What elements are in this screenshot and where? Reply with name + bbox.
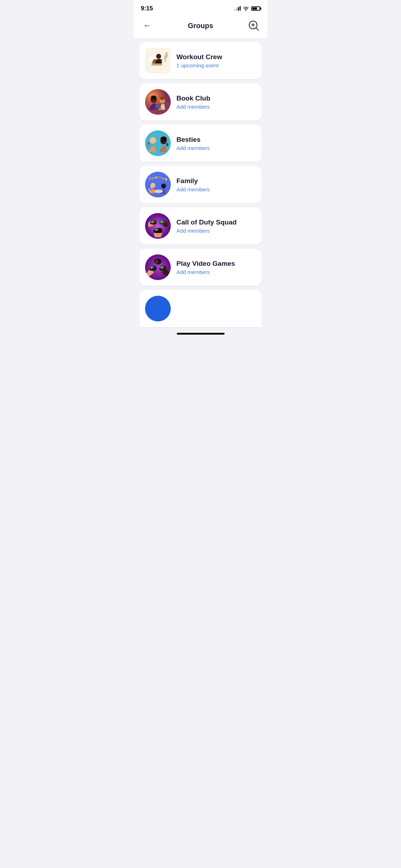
header: ← Groups (134, 15, 267, 38)
svg-point-65 (161, 266, 162, 267)
svg-point-40 (150, 186, 153, 188)
group-name-cod: Call of Duty Squad (176, 218, 256, 226)
svg-point-44 (151, 220, 153, 222)
svg-point-19 (151, 95, 156, 100)
group-avatar-cod (145, 213, 171, 239)
group-card-videogames[interactable]: Play Video Games Add members (139, 249, 262, 286)
svg-point-54 (155, 228, 157, 229)
svg-point-37 (161, 184, 166, 188)
svg-rect-17 (155, 105, 160, 108)
home-indicator (177, 333, 225, 335)
svg-rect-42 (150, 220, 156, 224)
group-avatar-besties (145, 130, 171, 156)
svg-point-43 (150, 221, 151, 222)
back-arrow-icon: ← (143, 21, 151, 30)
svg-rect-18 (154, 108, 162, 109)
group-subtitle-videogames: Add members (176, 269, 256, 275)
group-info-videogames: Play Video Games Add members (176, 260, 256, 275)
svg-point-61 (152, 267, 154, 268)
svg-rect-28 (166, 143, 168, 146)
group-name-workout-crew: Workout Crew (176, 53, 256, 61)
svg-point-66 (162, 267, 164, 268)
svg-point-64 (159, 267, 161, 268)
svg-point-60 (151, 266, 152, 267)
group-card-besties[interactable]: Besties Add members (139, 125, 262, 162)
group-avatar-videogames (145, 254, 171, 280)
svg-point-9 (164, 56, 166, 60)
group-avatar-partial (145, 296, 171, 321)
svg-point-25 (148, 142, 150, 145)
svg-point-67 (161, 267, 162, 269)
group-info-family: Family Add members (176, 177, 256, 192)
svg-rect-47 (159, 220, 166, 224)
status-time: 9:15 (141, 5, 153, 12)
svg-point-20 (160, 97, 165, 100)
bottom-bar (134, 327, 267, 337)
svg-point-68 (154, 259, 161, 264)
svg-point-55 (157, 229, 158, 230)
svg-point-27 (160, 136, 167, 141)
signal-icon (234, 6, 241, 11)
svg-point-46 (151, 222, 153, 223)
group-info-besties: Besties Add members (176, 136, 256, 151)
back-button[interactable]: ← (141, 19, 154, 32)
svg-point-29 (145, 172, 171, 197)
svg-point-48 (159, 221, 161, 222)
group-info-book-club: Book Club Add members (176, 94, 256, 110)
group-subtitle-workout-crew: 1 upcoming event (176, 62, 256, 68)
svg-point-70 (145, 296, 171, 321)
group-card-workout-crew[interactable]: Workout Crew 1 upcoming event (139, 42, 262, 79)
svg-point-59 (149, 267, 151, 268)
group-avatar-family (145, 172, 171, 197)
svg-point-56 (155, 229, 157, 231)
svg-point-11 (149, 59, 152, 62)
partial-group-card[interactable] (139, 290, 262, 327)
battery-icon (251, 6, 260, 11)
group-info-workout-crew: Workout Crew 1 upcoming event (176, 53, 256, 68)
group-avatar-workout-crew (145, 48, 171, 73)
status-icons (234, 6, 260, 11)
group-subtitle-besties: Add members (176, 145, 256, 151)
group-card-cod[interactable]: Call of Duty Squad Add members (139, 207, 262, 244)
svg-point-51 (161, 222, 162, 223)
svg-point-49 (161, 220, 162, 222)
group-name-besties: Besties (176, 136, 256, 144)
group-subtitle-cod: Add members (176, 228, 256, 234)
group-subtitle-book-club: Add members (176, 104, 256, 110)
svg-rect-4 (151, 63, 162, 66)
svg-point-62 (151, 267, 152, 269)
new-group-icon (248, 20, 259, 31)
group-info-cod: Call of Duty Squad Add members (176, 218, 256, 234)
group-name-family: Family (176, 177, 256, 185)
svg-point-7 (156, 54, 161, 59)
svg-point-50 (162, 221, 164, 222)
group-name-book-club: Book Club (176, 94, 256, 102)
group-card-book-club[interactable]: Book Club Add members (139, 83, 262, 120)
svg-point-45 (153, 221, 154, 222)
new-group-button[interactable] (247, 19, 260, 32)
status-bar: 9:15 (134, 0, 267, 15)
svg-point-69 (156, 260, 158, 262)
group-subtitle-family: Add members (176, 186, 256, 192)
wifi-icon (243, 6, 249, 11)
page-title: Groups (188, 22, 213, 30)
svg-point-53 (154, 229, 155, 230)
groups-list: Workout Crew 1 upcoming event (134, 38, 267, 290)
group-avatar-book-club (145, 89, 171, 115)
group-card-family[interactable]: Family Add members (139, 166, 262, 203)
group-name-videogames: Play Video Games (176, 260, 256, 268)
svg-point-23 (150, 137, 156, 144)
